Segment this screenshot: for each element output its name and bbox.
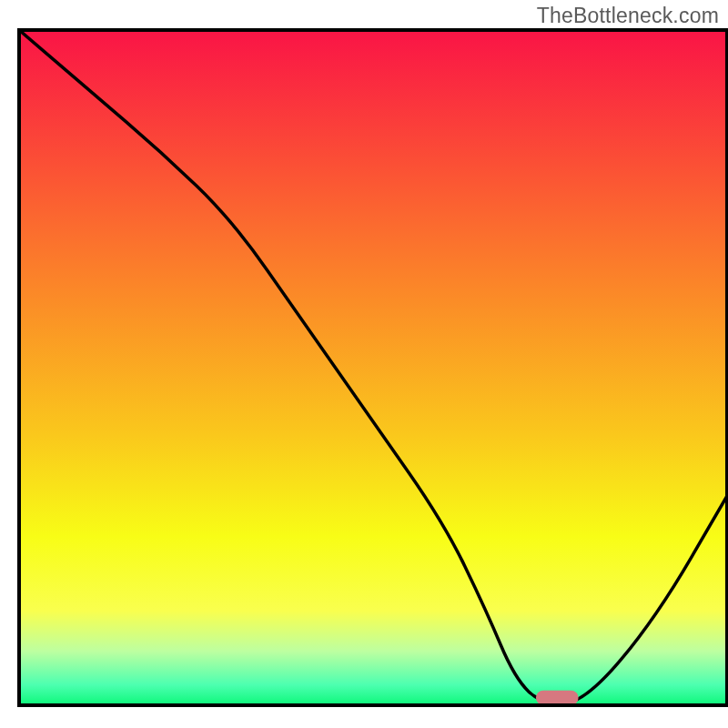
chart-container: TheBottleneck.com — [0, 0, 728, 728]
bottleneck-curve-chart — [0, 0, 728, 728]
plot-background — [19, 30, 727, 705]
optimal-marker — [536, 691, 579, 705]
watermark-text: TheBottleneck.com — [537, 4, 719, 28]
